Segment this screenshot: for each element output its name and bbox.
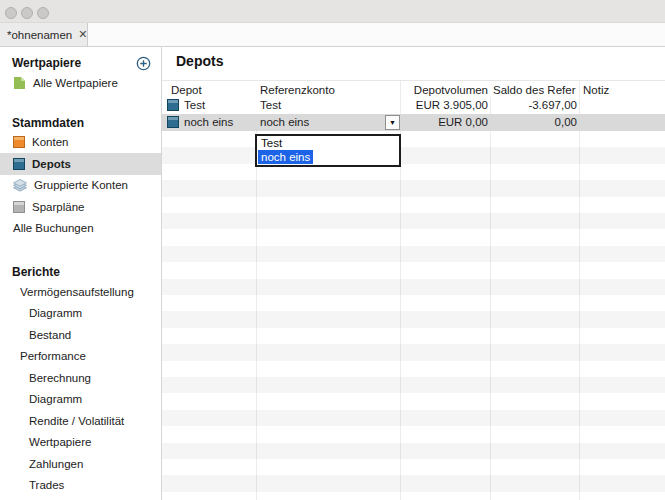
close-window-button[interactable]: [5, 7, 17, 19]
sidebar-item-gruppierte-konten[interactable]: Gruppierte Konten: [0, 175, 161, 197]
column-header-notiz[interactable]: Notiz: [583, 84, 609, 97]
zoom-window-button[interactable]: [37, 7, 49, 19]
tab-title: *ohnenamen: [7, 29, 72, 41]
portfolio-square-icon: [167, 116, 179, 128]
cell-saldo: -3.697,00: [493, 99, 577, 112]
sidebar-item-diagramm-1[interactable]: Diagramm: [0, 303, 161, 325]
cell-saldo: 0,00: [493, 116, 577, 129]
sidebar: Wertpapiere Alle Wertpapiere Stammdaten …: [0, 47, 162, 500]
cell-referenzkonto[interactable]: Test: [260, 99, 281, 112]
column-header-referenzkonto[interactable]: Referenzkonto: [260, 84, 335, 97]
table-header-row: Depot Referenzkonto Depotvolumen Saldo d…: [162, 80, 665, 98]
securities-doc-icon: [13, 76, 26, 90]
sidebar-item-wertpapiere[interactable]: Wertpapiere: [0, 432, 161, 454]
sidebar-item-berechnung[interactable]: Berechnung: [0, 367, 161, 389]
sidebar-item-trades[interactable]: Trades: [0, 475, 161, 497]
dropdown-option-highlighted[interactable]: noch eins: [258, 150, 313, 164]
cell-depotvolumen: EUR 3.905,00: [400, 99, 488, 112]
dropdown-option-test[interactable]: Test: [257, 136, 399, 150]
sidebar-item-diagramm-2[interactable]: Diagramm: [0, 389, 161, 411]
savings-square-icon: [13, 201, 25, 213]
minimize-window-button[interactable]: [21, 7, 33, 19]
column-header-depotvolumen[interactable]: Depotvolumen: [400, 84, 488, 97]
table-row-test[interactable]: Test Test EUR 3.905,00 -3.697,00: [162, 97, 665, 114]
referenzkonto-dropdown-list: Test noch eins: [255, 134, 401, 167]
portfolio-square-icon: [167, 99, 179, 111]
add-security-button plus-circle-icon[interactable]: [136, 56, 151, 71]
cell-depotvolumen: EUR 0,00: [400, 116, 488, 129]
table-empty-area: [162, 131, 665, 500]
portfolio-square-icon: [13, 158, 25, 170]
cell-depot[interactable]: Test: [184, 99, 205, 112]
tab-ohnenamen[interactable]: *ohnenamen ✕: [0, 23, 88, 46]
tab-bar: *ohnenamen ✕: [0, 23, 665, 47]
column-header-saldo[interactable]: Saldo des Refer: [493, 84, 575, 97]
cell-depot[interactable]: noch eins: [184, 116, 233, 129]
dropdown-option-noch-eins[interactable]: noch eins: [257, 150, 399, 164]
sidebar-item-performance[interactable]: Performance: [0, 346, 161, 368]
sidebar-item-vermoegensaufstellung[interactable]: Vermögensaufstellung: [0, 281, 161, 303]
window-titlebar: [0, 0, 665, 23]
column-header-depot[interactable]: Depot: [171, 84, 202, 97]
sidebar-section-stammdaten: Stammdaten: [0, 115, 161, 132]
sidebar-item-rendite-volatilitaet[interactable]: Rendite / Volatilität: [0, 410, 161, 432]
main-content: Depots Depot Referenzkonto Depotvolumen …: [162, 47, 665, 500]
sidebar-section-berichte: Berichte: [0, 264, 161, 281]
sidebar-item-konten[interactable]: Konten: [0, 132, 161, 154]
sidebar-item-bestand[interactable]: Bestand: [0, 324, 161, 346]
sidebar-item-zahlungen[interactable]: Zahlungen: [0, 453, 161, 475]
tab-close-icon[interactable]: ✕: [78, 29, 87, 40]
grouped-layers-icon: [13, 179, 27, 192]
sidebar-item-sparplaene[interactable]: Sparpläne: [0, 196, 161, 218]
combo-dropdown-button chevron-down-icon[interactable]: ▼: [385, 115, 400, 130]
app-window: *ohnenamen ✕ Wertpapiere Alle Wertpapier…: [0, 0, 665, 500]
sidebar-item-depots[interactable]: Depots: [0, 153, 161, 175]
referenzkonto-combo-value[interactable]: noch eins: [260, 116, 309, 129]
sidebar-section-wertpapiere: Wertpapiere: [0, 55, 161, 72]
accounts-square-icon: [13, 136, 25, 148]
sidebar-item-alle-buchungen[interactable]: Alle Buchungen: [0, 218, 161, 240]
sidebar-item-alle-wertpapiere[interactable]: Alle Wertpapiere: [0, 72, 161, 94]
table-row-noch-eins[interactable]: noch eins noch eins ▼ EUR 0,00 0,00: [162, 114, 665, 131]
page-title: Depots: [176, 53, 223, 69]
